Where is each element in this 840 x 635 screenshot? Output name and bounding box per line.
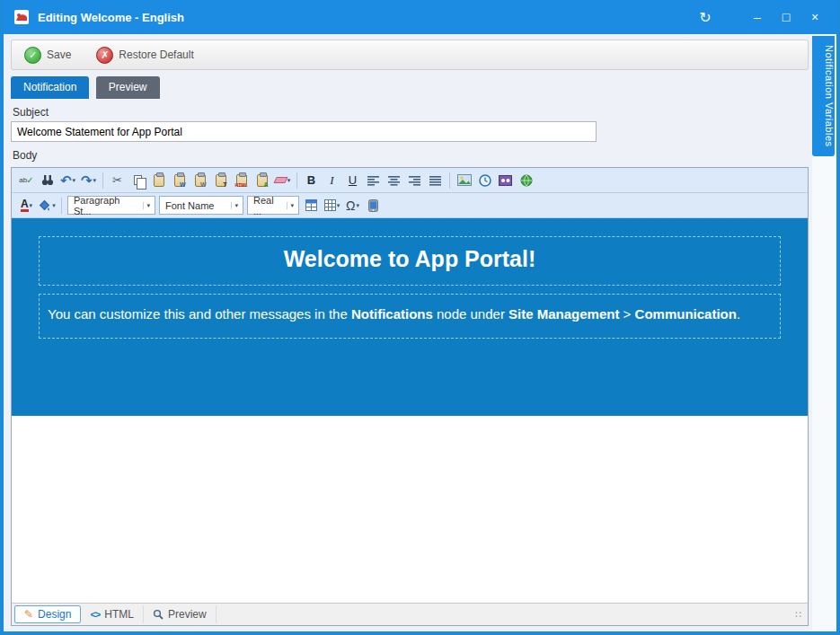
- omega-icon: Ω: [346, 198, 355, 213]
- format-stripper-icon: [273, 177, 287, 183]
- mode-tab-design[interactable]: ✎ Design: [14, 605, 81, 623]
- paste-from-word-no-fonts-button[interactable]: W: [190, 171, 209, 190]
- italic-button[interactable]: I: [323, 171, 341, 190]
- main-row: ✓ Save ✗ Restore Default Notification Pr…: [4, 34, 836, 631]
- paste-as-html-button[interactable]: HTML: [232, 171, 251, 190]
- font-size-select[interactable]: Real ... ▾: [247, 196, 299, 215]
- preview-label: Preview: [168, 608, 207, 621]
- insert-date-clock-button[interactable]: [475, 171, 494, 190]
- font-color-icon: A: [21, 198, 29, 212]
- template-manager-button[interactable]: [364, 196, 383, 215]
- toolbar-separator: [449, 172, 450, 189]
- bold-icon: B: [307, 173, 315, 187]
- undo-dropdown-caret: ▾: [73, 177, 76, 184]
- paste-html-button[interactable]: A: [252, 171, 271, 190]
- close-button[interactable]: ×: [800, 4, 829, 30]
- save-label: Save: [47, 49, 71, 61]
- redo-dropdown-caret: ▾: [93, 177, 97, 184]
- insert-symbol-button[interactable]: Ω▾: [343, 196, 362, 215]
- paste-html-icon: A: [257, 174, 268, 187]
- font-color-button[interactable]: A▾: [17, 196, 36, 215]
- align-center-button[interactable]: [385, 171, 403, 190]
- paragraph-style-select[interactable]: Paragraph St... ▾: [67, 196, 155, 215]
- refresh-button[interactable]: ↻: [691, 4, 720, 30]
- email-message-box: You can customize this and other message…: [39, 294, 781, 339]
- title-bar: Editing Welcome - English ↻ – □ ×: [4, 0, 836, 34]
- mode-tab-html[interactable]: <> HTML: [81, 605, 144, 623]
- hyperlink-manager-button[interactable]: [517, 171, 535, 190]
- mode-tab-preview[interactable]: Preview: [144, 605, 217, 623]
- paste-plain-text-button[interactable]: T: [211, 171, 230, 190]
- table-style-button[interactable]: [302, 196, 321, 215]
- background-color-icon: [39, 199, 51, 212]
- paste-as-letter: A: [263, 181, 268, 188]
- minimize-button[interactable]: –: [743, 4, 772, 30]
- align-right-button[interactable]: [405, 171, 424, 190]
- undo-icon: ↶: [60, 172, 72, 189]
- paste-word-plain-letter: W: [200, 181, 207, 188]
- paste-from-word-no-fonts-icon: W: [195, 174, 206, 187]
- image-manager-button[interactable]: [455, 171, 473, 190]
- background-color-caret: ▾: [52, 202, 56, 209]
- copy-icon: [134, 175, 142, 185]
- html-code-icon: <>: [90, 609, 100, 620]
- insert-table-button[interactable]: ▾: [323, 196, 341, 215]
- paragraph-style-caret: ▾: [143, 202, 153, 209]
- page-tabs: Notification Preview: [11, 76, 809, 99]
- background-color-button[interactable]: ▾: [38, 196, 57, 215]
- email-heading: Welcome to App Portal!: [284, 246, 536, 271]
- underline-button[interactable]: U: [343, 171, 362, 190]
- paste-html-label: HTML: [235, 183, 248, 188]
- paste-button[interactable]: [149, 171, 168, 190]
- message-bold-communication: Communication: [635, 306, 737, 322]
- command-toolbar: ✓ Save ✗ Restore Default: [11, 40, 809, 70]
- save-check-icon: ✓: [24, 47, 41, 64]
- editor-toolbar-row2: A▾ ▾ Paragraph St... ▾ Font Name ▾: [12, 193, 808, 218]
- editor-mode-bar: ✎ Design <> HTML Preview ∷: [12, 603, 808, 625]
- rich-text-editor: ab✓ ↶▾ ↷▾ ✂ W: [11, 167, 809, 626]
- font-name-select[interactable]: Font Name ▾: [159, 196, 243, 215]
- message-text: .: [737, 306, 740, 322]
- tab-notification[interactable]: Notification: [11, 76, 89, 99]
- save-button[interactable]: ✓ Save: [24, 47, 71, 64]
- italic-icon: I: [330, 173, 333, 188]
- message-bold-site-management: Site Management: [508, 306, 619, 322]
- pencil-icon: ✎: [24, 608, 33, 621]
- media-manager-button[interactable]: [496, 171, 515, 190]
- spellcheck-button[interactable]: ab✓: [17, 171, 36, 190]
- editor-content[interactable]: Welcome to App Portal! You can customize…: [12, 218, 808, 603]
- window-title: Editing Welcome - English: [38, 11, 691, 24]
- paste-from-word-icon: W: [174, 174, 185, 187]
- toolbar-separator: [102, 172, 103, 189]
- redo-icon: ↷: [81, 172, 93, 189]
- format-stripper-button[interactable]: ▾: [273, 171, 292, 190]
- paste-from-word-button[interactable]: W: [170, 171, 189, 190]
- undo-button[interactable]: ↶▾: [58, 171, 77, 190]
- side-strip: Notification Variables: [812, 34, 836, 631]
- editing-welcome-window: Editing Welcome - English ↻ – □ × ✓ Save…: [0, 0, 840, 635]
- align-left-button[interactable]: [364, 171, 383, 190]
- insert-table-caret: ▾: [337, 202, 340, 209]
- resize-grip[interactable]: ∷: [795, 609, 805, 621]
- notification-variables-tab[interactable]: Notification Variables: [812, 36, 835, 156]
- redo-button[interactable]: ↷▾: [79, 171, 98, 190]
- font-color-caret: ▾: [30, 202, 33, 209]
- app-icon: [13, 8, 31, 26]
- subject-input[interactable]: [11, 121, 597, 142]
- cut-button[interactable]: ✂: [108, 171, 127, 190]
- bold-button[interactable]: B: [302, 171, 321, 190]
- copy-button[interactable]: [128, 171, 147, 190]
- body-label: Body: [13, 149, 809, 162]
- tab-preview[interactable]: Preview: [96, 76, 160, 99]
- font-name-caret: ▾: [231, 202, 241, 209]
- find-replace-icon[interactable]: [38, 171, 57, 190]
- message-text: >: [619, 306, 634, 322]
- paste-plain-text-icon: T: [216, 174, 226, 187]
- main-area: ✓ Save ✗ Restore Default Notification Pr…: [4, 34, 812, 631]
- justify-button[interactable]: [426, 171, 445, 190]
- restore-default-button[interactable]: ✗ Restore Default: [96, 47, 193, 64]
- font-name-value: Font Name: [165, 200, 214, 211]
- subject-label: Subject: [13, 106, 809, 119]
- email-heading-box: Welcome to App Portal!: [39, 236, 781, 286]
- maximize-button[interactable]: □: [772, 4, 800, 30]
